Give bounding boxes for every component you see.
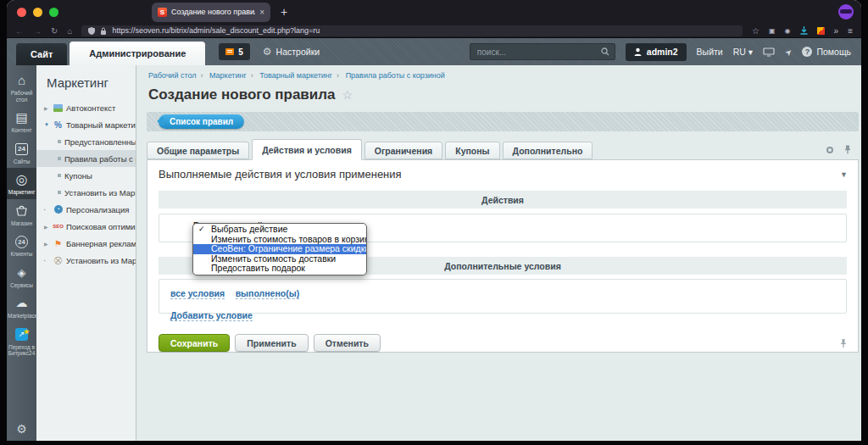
tab-site[interactable]: Сайт: [16, 43, 67, 65]
close-tab-icon[interactable]: ×: [259, 8, 264, 17]
tab-restrictions[interactable]: Ограничения: [364, 142, 442, 159]
all-conditions-link[interactable]: все условия: [170, 288, 225, 299]
fulfilled-link[interactable]: выполнено(ы): [236, 288, 299, 299]
breadcrumb-link[interactable]: Маркетинг: [209, 71, 247, 80]
form-pin-icon[interactable]: [844, 145, 851, 154]
breadcrumb-link[interactable]: Рабочий стол: [148, 71, 197, 80]
browser-window: S Создание нового правила - Се × + ← → ↻…: [7, 0, 861, 441]
flag-icon: ⚑: [53, 239, 63, 248]
tab-general[interactable]: Общие параметры: [147, 142, 249, 159]
counter-value: 5: [238, 47, 243, 57]
rail-item-marketing[interactable]: ◎ Маркетинг: [7, 168, 36, 199]
target-icon: ◎: [8, 172, 36, 187]
zoom-window-button[interactable]: [49, 8, 58, 17]
admin-search[interactable]: [470, 43, 615, 60]
new-tab-button[interactable]: +: [281, 5, 287, 19]
form-settings-icons: [826, 145, 859, 159]
form-gear-icon[interactable]: [826, 147, 833, 153]
user-menu[interactable]: admin2: [626, 43, 687, 61]
menu-item-install-marketplace[interactable]: Установить из Маркетплейс: [36, 184, 136, 201]
rail-item-services[interactable]: ◈ Сервисы: [7, 261, 36, 292]
menu-item-autocontext[interactable]: ▶ Автоконтекст: [36, 99, 136, 116]
cancel-button[interactable]: Отменить: [314, 334, 381, 352]
workspace: ⌂ Рабочий стол ▤ Контент 24 Сайты ◎ Марк…: [7, 65, 861, 441]
browser-toolbar-icons: ☆ ▣ ◉ » ≡: [752, 26, 853, 36]
rail-item-marketplace[interactable]: ☁ Marketplace: [7, 292, 36, 323]
menu-item-personalization[interactable]: ▪ ◔ Персонализация: [36, 201, 136, 218]
menu-item-cart-rules[interactable]: Правила работы с корзиной: [36, 150, 136, 167]
breadcrumb-link[interactable]: Товарный маркетинг: [259, 71, 332, 80]
rail-item-content[interactable]: ▤ Контент: [7, 106, 36, 137]
collapse-chevron-icon[interactable]: ▼: [840, 170, 848, 179]
chevron-right-icon[interactable]: ▶: [44, 241, 50, 247]
chevron-right-icon[interactable]: ▶: [44, 224, 50, 230]
home-icon: ⌂: [8, 73, 36, 88]
bullet-icon: [58, 174, 61, 177]
search-icon[interactable]: [601, 47, 609, 56]
apply-button[interactable]: Применить: [235, 334, 308, 352]
rail-item-store[interactable]: Магазин: [7, 199, 36, 231]
menu-item-banners[interactable]: ▶ ⚑ Баннерная реклама: [36, 235, 136, 252]
reload-icon[interactable]: ↻: [51, 26, 58, 36]
url-bar[interactable]: https://seoven.ru/bitrix/admin/sale_disc…: [81, 25, 743, 36]
browser-profile-avatar[interactable]: [838, 4, 854, 19]
bookmark-star-icon[interactable]: ☆: [752, 26, 760, 36]
chevron-down-icon[interactable]: ▼: [44, 122, 50, 127]
desktop-icon[interactable]: [763, 47, 775, 57]
pocket-icon[interactable]: ◉: [785, 27, 791, 35]
footer-pin-icon[interactable]: [840, 338, 847, 348]
basket-icon: [8, 203, 36, 219]
menu-item-product-marketing[interactable]: ▼ % Товарный маркетинг: [36, 116, 136, 133]
menu-item-preset-list[interactable]: Предустановленный список: [36, 133, 136, 150]
download-icon[interactable]: [800, 26, 808, 35]
back-icon[interactable]: ←: [15, 26, 24, 36]
bullet-icon: ▪: [44, 207, 50, 212]
add-condition-row: Добавить условие: [170, 307, 846, 322]
menu-item-seo[interactable]: ▶ SEO Поисковая оптимизация: [36, 218, 136, 235]
rail-item-desktop[interactable]: ⌂ Рабочий стол: [7, 69, 36, 106]
search-input[interactable]: [477, 47, 601, 57]
minimize-window-button[interactable]: [33, 8, 42, 17]
tab-actions-conditions[interactable]: Действия и условия: [252, 139, 362, 160]
tab-administration[interactable]: Администрирование: [70, 42, 205, 65]
settings-button[interactable]: ⚙ Настройки: [263, 46, 320, 58]
home-icon[interactable]: ⌂: [67, 26, 72, 36]
updates-icon: [225, 48, 234, 55]
pin-icon[interactable]: ➤: [782, 46, 794, 58]
menu-item-coupons[interactable]: Купоны: [36, 167, 136, 184]
favorite-star-icon[interactable]: ☆: [342, 88, 353, 102]
dropdown-option[interactable]: Предоставить подарок: [193, 264, 366, 274]
breadcrumb: Рабочий стол› Маркетинг› Товарный маркет…: [136, 65, 861, 80]
window-controls[interactable]: [17, 8, 58, 17]
addon-icon[interactable]: [817, 27, 825, 35]
rail-settings-gear-icon[interactable]: ⚙: [7, 422, 36, 436]
percent-icon: %: [53, 120, 63, 130]
rail-item-sites[interactable]: 24 Сайты: [7, 137, 36, 169]
forward-icon[interactable]: →: [33, 26, 42, 36]
add-condition-link[interactable]: Добавить условие: [170, 310, 253, 321]
chevron-right-icon[interactable]: ▶: [44, 105, 50, 111]
extension-icon[interactable]: ▣: [769, 27, 776, 35]
admin-bar-right: admin2 Выйти RU ▾ ➤ ? Помощь: [470, 43, 861, 61]
bullet-icon: ▪: [44, 258, 50, 263]
rail-item-bitrix24[interactable]: ↗★ Переход в Битрикс24: [7, 323, 36, 360]
breadcrumb-link[interactable]: Правила работы с корзиной: [346, 71, 445, 80]
overflow-icon[interactable]: »: [834, 26, 839, 36]
lock-icon[interactable]: [100, 27, 107, 35]
logout-link[interactable]: Выйти: [697, 47, 723, 57]
rail-item-clients[interactable]: 24 Клиенты: [7, 230, 36, 261]
tab-additional[interactable]: Дополнительно: [503, 142, 593, 159]
close-window-button[interactable]: [17, 8, 26, 17]
menu-item-install-marketplace-2[interactable]: ▪ ⛒ Установить из Маркетплейс: [36, 252, 136, 269]
help-button[interactable]: ? Помощь: [802, 47, 851, 57]
menu-icon[interactable]: ≡: [848, 26, 853, 36]
rules-list-button[interactable]: Список правил: [159, 114, 244, 129]
tab-coupons[interactable]: Купоны: [445, 142, 499, 159]
save-button[interactable]: Сохранить: [159, 334, 230, 352]
shield-icon[interactable]: [88, 27, 95, 35]
language-selector[interactable]: RU ▾: [733, 47, 753, 57]
browser-tab[interactable]: S Создание нового правила - Се ×: [152, 3, 270, 22]
url-text[interactable]: https://seoven.ru/bitrix/admin/sale_disc…: [112, 26, 320, 35]
seo-icon: SEO: [53, 222, 63, 231]
notifications-counter[interactable]: 5: [219, 43, 250, 60]
